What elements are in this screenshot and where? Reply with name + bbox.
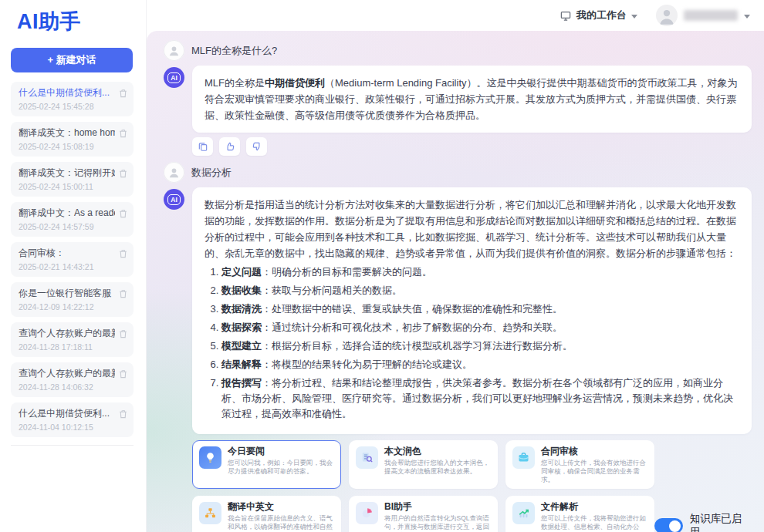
briefcase-icon	[512, 446, 535, 469]
username-redacted	[684, 10, 738, 21]
user-menu[interactable]	[645, 5, 750, 26]
user-avatar	[164, 40, 184, 61]
conversation-title: 合同审核：	[19, 247, 115, 259]
analysis-steps-list: 定义问题：明确分析的目标和需要解决的问题。 数据收集：获取与分析问题相关的数据。…	[205, 264, 739, 422]
conversation-item[interactable]: 翻译成中文：As a reader... 2025-02-24 14:57:59	[11, 202, 134, 237]
copy-button[interactable]	[192, 137, 213, 156]
workspace-menu[interactable]: 我的工作台	[559, 8, 637, 22]
shortcut-cards-zone: 今日要闻 您可以问我，例如：今日要闻，我会尽力提供准确和可靠的答案。 本文润色 …	[192, 440, 752, 532]
card-title: 合同审核	[541, 446, 647, 457]
conversation-title: 什么是中期借贷便利...	[19, 86, 115, 99]
ai-badge: AI	[167, 194, 181, 205]
chat-panel: MLF的全称是什么? AI MLF的全称是中期借贷便利（Medium-term …	[147, 31, 764, 532]
conversation-item[interactable]: 翻译成英文：home home 2025-02-24 15:08:19	[11, 122, 134, 157]
chevron-down-icon	[744, 15, 750, 19]
card-desc: 我会帮助您进行您输入的文本润色，提高文本的流畅度和表达效果。	[384, 459, 491, 476]
list-item: 模型建立：根据分析目标，选择合适的统计模型或机器学习算法进行数据分析。	[221, 338, 739, 354]
sidebar-divider	[11, 445, 134, 446]
ai-text-bold: 中期借贷便利	[265, 77, 325, 89]
conversation-time: 2025-02-24 15:08:19	[19, 142, 115, 151]
conversation-item[interactable]: 你是一位银行智能客服，... 2024-12-09 14:22:12	[11, 282, 134, 317]
list-item: 数据探索：通过统计分析和可视化技术，初步了解数据的分布、趋势和关联。	[221, 320, 739, 335]
trend-chart-icon	[512, 502, 535, 524]
toggle-switch-on[interactable]	[654, 518, 683, 532]
card-desc: 您可以上传文件，我会有效地进行合同审核，确保合同满足您的业务需求。	[541, 459, 647, 484]
trash-icon[interactable]	[118, 128, 128, 139]
knowledge-base-toggle[interactable]: 知识库已启用	[654, 512, 752, 532]
person-icon	[656, 5, 678, 26]
conversation-time: 2025-02-21 14:43:21	[19, 262, 115, 271]
copy-icon	[198, 141, 208, 152]
conversation-time: 2025-02-24 15:45:28	[19, 102, 115, 111]
list-item: 报告撰写：将分析过程、结果和结论整理成报告，供决策者参考。数据分析在各个领域都有…	[221, 375, 739, 422]
ai-text: MLF的全称是	[205, 77, 265, 89]
ai-message: AI 数据分析是指用适当的统计分析方法对收集来的大量数据进行分析，将它们加以汇总…	[164, 187, 752, 434]
card-contract-review[interactable]: 合同审核 您可以上传文件，我会有效地进行合同审核，确保合同满足您的业务需求。	[505, 440, 654, 489]
conversation-item[interactable]: 什么是中期借贷便利... 2025-02-24 15:45:28	[11, 82, 134, 116]
trash-icon[interactable]	[118, 208, 128, 219]
person-icon	[167, 166, 181, 179]
message-actions	[192, 137, 752, 156]
conversation-list: 什么是中期借贷便利... 2025-02-24 15:45:28 翻译成英文：h…	[0, 82, 146, 446]
trash-icon[interactable]	[118, 248, 128, 259]
shortcut-cards: 今日要闻 您可以问我，例如：今日要闻，我会尽力提供准确和可靠的答案。 本文润色 …	[192, 440, 654, 532]
lightbulb-icon	[199, 446, 221, 469]
ai-message-card: 数据分析是指用适当的统计分析方法对收集来的大量数据进行分析，将它们加以汇总和理解…	[192, 187, 752, 434]
conversation-time: 2024-11-04 10:12:15	[19, 423, 115, 432]
workspace-label: 我的工作台	[576, 8, 627, 22]
user-message: 数据分析	[164, 162, 752, 183]
ai-avatar: AI	[164, 67, 184, 88]
ai-message-card: MLF的全称是中期借贷便利（Medium-term Lending Facili…	[192, 66, 752, 133]
conversation-time: 2024-11-28 14:06:32	[19, 382, 115, 392]
trash-icon[interactable]	[118, 409, 128, 419]
thumbs-down-icon	[252, 141, 262, 152]
chevron-down-icon	[631, 15, 637, 19]
list-item: 数据收集：获取与分析问题相关的数据。	[221, 283, 739, 298]
conversation-item[interactable]: 查询个人存款账户的最新... 2024-11-28 17:18:11	[11, 322, 134, 357]
trash-icon[interactable]	[118, 369, 128, 379]
app-logo: AI助手	[17, 8, 146, 35]
trash-icon[interactable]	[118, 168, 128, 179]
conversation-item[interactable]: 查询个人存款账户的最新... 2024-11-28 14:06:32	[11, 362, 134, 397]
topbar: 我的工作台	[147, 0, 764, 31]
conversation-item[interactable]: 合同审核： 2025-02-21 14:43:21	[11, 242, 134, 277]
sitemap-icon	[199, 502, 221, 524]
card-title: 本文润色	[384, 446, 491, 457]
conversation-item[interactable]: 什么是中期借贷便利... 2024-11-04 10:12:15	[11, 402, 134, 437]
trash-icon[interactable]	[118, 328, 128, 339]
conversation-title: 翻译成中文：As a reader...	[19, 207, 115, 219]
conversation-title: 翻译成英文：home home	[19, 126, 115, 139]
card-daily-news[interactable]: 今日要闻 您可以问我，例如：今日要闻，我会尽力提供准确和可靠的答案。	[192, 440, 341, 489]
conversation-title: 查询个人存款账户的最新...	[19, 327, 115, 339]
document-polish-icon	[356, 446, 378, 469]
conversation-title: 你是一位银行智能客服，...	[19, 287, 115, 299]
thumbs-up-button[interactable]	[219, 137, 240, 156]
card-title: 文件解析	[541, 501, 647, 513]
list-item: 结果解释：将模型的结果转化为易于理解的结论或建议。	[221, 357, 739, 372]
conversation-time: 2024-11-28 17:18:11	[19, 342, 115, 352]
conversation-time: 2025-02-24 15:00:11	[19, 182, 115, 191]
ai-badge: AI	[167, 72, 181, 83]
toggle-knob	[669, 520, 681, 532]
new-chat-button[interactable]: + 新建对话	[11, 48, 133, 72]
list-item: 数据清洗：处理数据中的错误、重复或缺失值，确保数据的准确性和完整性。	[221, 301, 739, 317]
card-title: 今日要闻	[228, 446, 334, 457]
card-bi-assistant[interactable]: BI助手 将用户的自然语言转化为SQL查询语句，并直接与数据库进行交互，返回智能…	[349, 496, 498, 532]
conversation-item[interactable]: 翻译成英文：记得刚开始... 2025-02-24 15:00:11	[11, 162, 134, 197]
conversation-time: 2024-12-09 14:22:12	[19, 302, 115, 311]
conversation-title: 查询个人存款账户的最新...	[19, 367, 115, 379]
card-file-parse[interactable]: 文件解析 您可以上传文件，我将帮助您进行如数据处理、信息检索、自动化办公等。	[505, 496, 654, 532]
card-translate[interactable]: 翻译中英文 我会旨在保留原始信息的含义、语气和风格，以确保翻译的准确性和自然流畅…	[192, 496, 341, 532]
avatar	[656, 5, 678, 26]
card-desc: 将用户的自然语言转化为SQL查询语句，并直接与数据库进行交互，返回智能推荐的图表…	[384, 514, 491, 532]
user-message-text: 数据分析	[191, 166, 232, 180]
thumbs-down-button[interactable]	[246, 137, 267, 156]
card-text-polish[interactable]: 本文润色 我会帮助您进行您输入的文本润色，提高文本的流畅度和表达效果。	[349, 440, 498, 489]
trash-icon[interactable]	[118, 88, 128, 99]
card-title: BI助手	[384, 501, 491, 513]
card-title: 翻译中英文	[228, 501, 334, 513]
user-avatar	[164, 162, 184, 183]
trash-icon[interactable]	[118, 288, 128, 299]
person-icon	[167, 44, 181, 57]
ai-message: AI MLF的全称是中期借贷便利（Medium-term Lending Fac…	[164, 66, 752, 133]
